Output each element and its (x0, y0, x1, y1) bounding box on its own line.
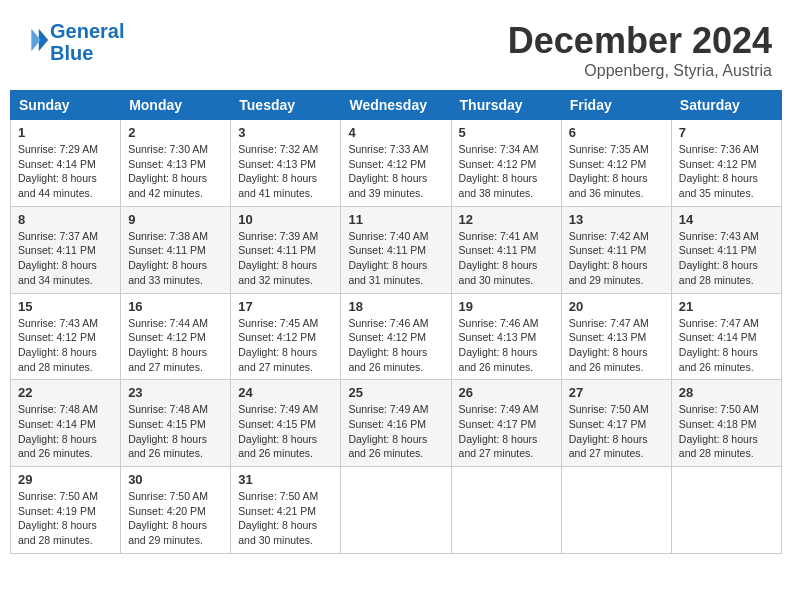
col-monday: Monday (121, 91, 231, 120)
day-cell: 18 Sunrise: 7:46 AM Sunset: 4:12 PM Dayl… (341, 293, 451, 380)
day-number: 14 (679, 212, 774, 227)
week-row: 8 Sunrise: 7:37 AM Sunset: 4:11 PM Dayli… (11, 206, 782, 293)
logo-icon (22, 26, 50, 54)
col-sunday: Sunday (11, 91, 121, 120)
cell-info: Sunrise: 7:46 AM Sunset: 4:13 PM Dayligh… (459, 316, 554, 375)
cell-info: Sunrise: 7:29 AM Sunset: 4:14 PM Dayligh… (18, 142, 113, 201)
cell-info: Sunrise: 7:36 AM Sunset: 4:12 PM Dayligh… (679, 142, 774, 201)
day-cell: 10 Sunrise: 7:39 AM Sunset: 4:11 PM Dayl… (231, 206, 341, 293)
calendar-header-row: Sunday Monday Tuesday Wednesday Thursday… (11, 91, 782, 120)
day-cell: 5 Sunrise: 7:34 AM Sunset: 4:12 PM Dayli… (451, 120, 561, 207)
empty-cell (671, 467, 781, 554)
col-friday: Friday (561, 91, 671, 120)
cell-info: Sunrise: 7:49 AM Sunset: 4:17 PM Dayligh… (459, 402, 554, 461)
day-cell: 15 Sunrise: 7:43 AM Sunset: 4:12 PM Dayl… (11, 293, 121, 380)
day-number: 27 (569, 385, 664, 400)
day-number: 13 (569, 212, 664, 227)
cell-info: Sunrise: 7:48 AM Sunset: 4:15 PM Dayligh… (128, 402, 223, 461)
day-cell: 21 Sunrise: 7:47 AM Sunset: 4:14 PM Dayl… (671, 293, 781, 380)
cell-info: Sunrise: 7:50 AM Sunset: 4:20 PM Dayligh… (128, 489, 223, 548)
day-number: 16 (128, 299, 223, 314)
day-number: 25 (348, 385, 443, 400)
day-cell: 24 Sunrise: 7:49 AM Sunset: 4:15 PM Dayl… (231, 380, 341, 467)
cell-info: Sunrise: 7:41 AM Sunset: 4:11 PM Dayligh… (459, 229, 554, 288)
day-number: 6 (569, 125, 664, 140)
day-number: 31 (238, 472, 333, 487)
day-cell: 16 Sunrise: 7:44 AM Sunset: 4:12 PM Dayl… (121, 293, 231, 380)
empty-cell (451, 467, 561, 554)
day-cell: 27 Sunrise: 7:50 AM Sunset: 4:17 PM Dayl… (561, 380, 671, 467)
day-number: 1 (18, 125, 113, 140)
day-number: 12 (459, 212, 554, 227)
day-cell: 12 Sunrise: 7:41 AM Sunset: 4:11 PM Dayl… (451, 206, 561, 293)
logo: General Blue (20, 20, 124, 64)
cell-info: Sunrise: 7:50 AM Sunset: 4:21 PM Dayligh… (238, 489, 333, 548)
day-number: 9 (128, 212, 223, 227)
day-cell: 3 Sunrise: 7:32 AM Sunset: 4:13 PM Dayli… (231, 120, 341, 207)
cell-info: Sunrise: 7:49 AM Sunset: 4:16 PM Dayligh… (348, 402, 443, 461)
day-cell: 25 Sunrise: 7:49 AM Sunset: 4:16 PM Dayl… (341, 380, 451, 467)
cell-info: Sunrise: 7:42 AM Sunset: 4:11 PM Dayligh… (569, 229, 664, 288)
day-number: 11 (348, 212, 443, 227)
day-cell: 8 Sunrise: 7:37 AM Sunset: 4:11 PM Dayli… (11, 206, 121, 293)
cell-info: Sunrise: 7:30 AM Sunset: 4:13 PM Dayligh… (128, 142, 223, 201)
page-header: General Blue December 2024 Oppenberg, St… (10, 10, 782, 85)
cell-info: Sunrise: 7:43 AM Sunset: 4:11 PM Dayligh… (679, 229, 774, 288)
cell-info: Sunrise: 7:47 AM Sunset: 4:13 PM Dayligh… (569, 316, 664, 375)
title-block: December 2024 Oppenberg, Styria, Austria (508, 20, 772, 80)
cell-info: Sunrise: 7:44 AM Sunset: 4:12 PM Dayligh… (128, 316, 223, 375)
day-number: 18 (348, 299, 443, 314)
cell-info: Sunrise: 7:48 AM Sunset: 4:14 PM Dayligh… (18, 402, 113, 461)
day-cell: 6 Sunrise: 7:35 AM Sunset: 4:12 PM Dayli… (561, 120, 671, 207)
cell-info: Sunrise: 7:45 AM Sunset: 4:12 PM Dayligh… (238, 316, 333, 375)
day-number: 26 (459, 385, 554, 400)
day-cell: 23 Sunrise: 7:48 AM Sunset: 4:15 PM Dayl… (121, 380, 231, 467)
day-cell: 26 Sunrise: 7:49 AM Sunset: 4:17 PM Dayl… (451, 380, 561, 467)
cell-info: Sunrise: 7:47 AM Sunset: 4:14 PM Dayligh… (679, 316, 774, 375)
cell-info: Sunrise: 7:49 AM Sunset: 4:15 PM Dayligh… (238, 402, 333, 461)
cell-info: Sunrise: 7:50 AM Sunset: 4:19 PM Dayligh… (18, 489, 113, 548)
cell-info: Sunrise: 7:37 AM Sunset: 4:11 PM Dayligh… (18, 229, 113, 288)
day-cell: 17 Sunrise: 7:45 AM Sunset: 4:12 PM Dayl… (231, 293, 341, 380)
day-number: 5 (459, 125, 554, 140)
month-title: December 2024 (508, 20, 772, 62)
week-row: 22 Sunrise: 7:48 AM Sunset: 4:14 PM Dayl… (11, 380, 782, 467)
cell-info: Sunrise: 7:50 AM Sunset: 4:17 PM Dayligh… (569, 402, 664, 461)
cell-info: Sunrise: 7:34 AM Sunset: 4:12 PM Dayligh… (459, 142, 554, 201)
day-number: 8 (18, 212, 113, 227)
day-cell: 1 Sunrise: 7:29 AM Sunset: 4:14 PM Dayli… (11, 120, 121, 207)
week-row: 15 Sunrise: 7:43 AM Sunset: 4:12 PM Dayl… (11, 293, 782, 380)
week-row: 1 Sunrise: 7:29 AM Sunset: 4:14 PM Dayli… (11, 120, 782, 207)
day-cell: 28 Sunrise: 7:50 AM Sunset: 4:18 PM Dayl… (671, 380, 781, 467)
day-number: 19 (459, 299, 554, 314)
cell-info: Sunrise: 7:39 AM Sunset: 4:11 PM Dayligh… (238, 229, 333, 288)
day-cell: 4 Sunrise: 7:33 AM Sunset: 4:12 PM Dayli… (341, 120, 451, 207)
col-saturday: Saturday (671, 91, 781, 120)
day-number: 7 (679, 125, 774, 140)
day-number: 28 (679, 385, 774, 400)
day-cell: 2 Sunrise: 7:30 AM Sunset: 4:13 PM Dayli… (121, 120, 231, 207)
empty-cell (341, 467, 451, 554)
cell-info: Sunrise: 7:32 AM Sunset: 4:13 PM Dayligh… (238, 142, 333, 201)
cell-info: Sunrise: 7:50 AM Sunset: 4:18 PM Dayligh… (679, 402, 774, 461)
day-number: 10 (238, 212, 333, 227)
cell-info: Sunrise: 7:40 AM Sunset: 4:11 PM Dayligh… (348, 229, 443, 288)
day-number: 2 (128, 125, 223, 140)
cell-info: Sunrise: 7:35 AM Sunset: 4:12 PM Dayligh… (569, 142, 664, 201)
col-thursday: Thursday (451, 91, 561, 120)
day-number: 24 (238, 385, 333, 400)
day-cell: 22 Sunrise: 7:48 AM Sunset: 4:14 PM Dayl… (11, 380, 121, 467)
day-number: 3 (238, 125, 333, 140)
col-tuesday: Tuesday (231, 91, 341, 120)
day-number: 20 (569, 299, 664, 314)
day-number: 4 (348, 125, 443, 140)
week-row: 29 Sunrise: 7:50 AM Sunset: 4:19 PM Dayl… (11, 467, 782, 554)
day-number: 21 (679, 299, 774, 314)
day-number: 15 (18, 299, 113, 314)
location-title: Oppenberg, Styria, Austria (508, 62, 772, 80)
empty-cell (561, 467, 671, 554)
logo-text: General Blue (50, 20, 124, 64)
day-cell: 29 Sunrise: 7:50 AM Sunset: 4:19 PM Dayl… (11, 467, 121, 554)
day-cell: 30 Sunrise: 7:50 AM Sunset: 4:20 PM Dayl… (121, 467, 231, 554)
day-cell: 19 Sunrise: 7:46 AM Sunset: 4:13 PM Dayl… (451, 293, 561, 380)
